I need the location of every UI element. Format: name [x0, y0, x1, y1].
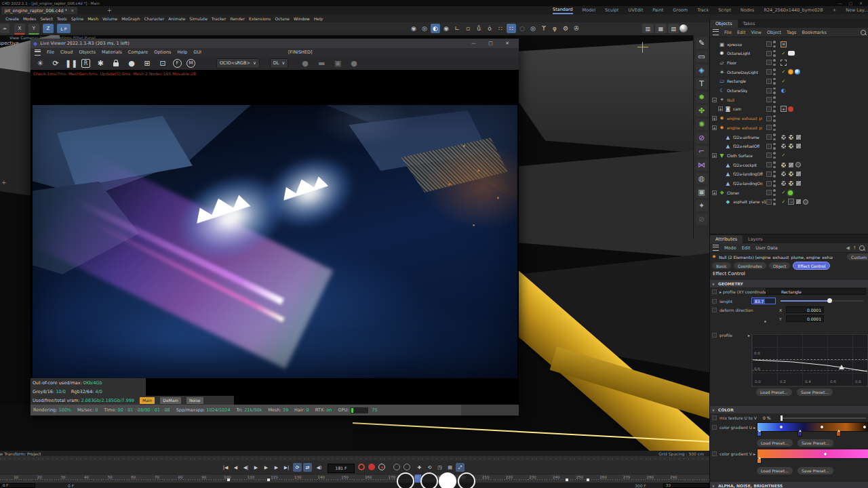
tree-item-f22a-airframe[interactable]: ▲f22a-airframe	[710, 132, 868, 142]
phong-tag-icon[interactable]	[795, 199, 802, 205]
timeline-scrollbar[interactable]	[0, 456, 709, 461]
next-frame-button[interactable]: ▶	[262, 463, 271, 472]
attr-menu-edit[interactable]: Edit	[742, 245, 751, 251]
cube-primitive-icon[interactable]: ◈	[696, 64, 708, 76]
attr-menu-user-data[interactable]: User Data	[755, 245, 777, 251]
phong-tag-icon[interactable]	[795, 171, 802, 177]
menu-octane[interactable]: Octane	[275, 16, 290, 21]
custom-button[interactable]: Custom	[847, 253, 868, 260]
keyframe-selection-button[interactable]	[378, 464, 385, 470]
phong-tag-icon[interactable]	[795, 134, 802, 140]
tree-item-f22a-landingoff[interactable]: ▲f22a-landingOff	[710, 169, 868, 179]
tab-takes[interactable]: Takes	[738, 20, 761, 28]
live-viewer-titlebar[interactable]: ◆ Live Viewer 2022.1.1-R3 (203 ms, 1 lef…	[31, 39, 519, 48]
object-picker-icon[interactable]: ⊡	[157, 58, 168, 68]
tree-item-f22a-landingon[interactable]: ▲f22a-landingOn	[710, 179, 868, 188]
layout-tab-model[interactable]: Model	[583, 7, 596, 13]
burger-icon[interactable]	[713, 245, 719, 251]
load-preset-button[interactable]: Load Preset...	[757, 467, 793, 474]
record-rotation-toggle[interactable]	[403, 464, 410, 470]
visibility-dots[interactable]	[773, 115, 776, 122]
enable-checkbox[interactable]	[766, 125, 772, 130]
demain-pass-button[interactable]: DeMain	[160, 397, 181, 404]
menu-render[interactable]: Render	[231, 16, 245, 21]
rotate-tool-icon[interactable]: ◉	[441, 24, 451, 33]
target-tag-icon[interactable]: +	[781, 106, 787, 112]
cloner-icon[interactable]: ✹	[696, 92, 708, 103]
record-scale-icon[interactable]: ◳	[435, 463, 444, 472]
layout-tab-r24-2560x1440-byme02b[interactable]: R24_2560x1440_byme02B	[764, 7, 823, 13]
attr-tab-effect-control[interactable]: Effect Control	[793, 262, 830, 270]
new-document-tab-button[interactable]: +	[107, 7, 112, 14]
anim-toggle-icon[interactable]	[712, 415, 717, 420]
menu-tools[interactable]: Tools	[57, 16, 67, 21]
material-picker-icon[interactable]: M	[186, 59, 195, 68]
visibility-dots[interactable]	[773, 143, 776, 150]
window-controls[interactable]: — □ ✕	[471, 41, 515, 46]
record-rotation-icon[interactable]: ⟲	[425, 463, 434, 472]
wrench-icon[interactable]: ✇	[572, 24, 581, 33]
objects-menu-tags[interactable]: Tags	[787, 30, 796, 35]
texture-preview-icon[interactable]: ▬	[316, 58, 327, 68]
anim-toggle-icon[interactable]	[712, 289, 717, 294]
render-region-icon[interactable]: ⊞	[142, 58, 153, 68]
gradient-dot[interactable]	[780, 426, 783, 428]
render-view[interactable]: Out-of-core used/max:0Kb/4GbGrey8/16:10/…	[31, 77, 519, 405]
attr-tab-basic[interactable]: Basic	[712, 262, 731, 269]
range-end-field[interactable]: 33	[663, 483, 709, 488]
deform-y-input[interactable]: 0.0001	[786, 315, 824, 322]
lv-menu-materials[interactable]: Materials	[102, 49, 122, 55]
expander-icon[interactable]: +	[712, 190, 717, 195]
rectangle-spline-icon[interactable]: ▭	[696, 51, 708, 62]
tree-item-floor[interactable]: ▱Floor	[710, 58, 868, 67]
volume-builder-icon[interactable]: ◍	[696, 173, 708, 184]
noise-pass-button[interactable]: Noise	[186, 397, 203, 404]
mix-value[interactable]: 0 %	[763, 415, 770, 420]
history-back-icon[interactable]: ◀	[846, 245, 850, 251]
expander-icon[interactable]: +	[712, 153, 717, 158]
menu-select[interactable]: Select	[40, 16, 53, 21]
expander-icon[interactable]: −	[712, 98, 717, 102]
objects-menu-file[interactable]: File	[724, 30, 732, 35]
bend-deformer-icon[interactable]: ⊘	[696, 132, 708, 144]
visibility-dots[interactable]	[773, 59, 776, 66]
sky-tag-icon[interactable]: ◐	[781, 87, 787, 94]
autokey-button[interactable]	[368, 464, 375, 470]
live-select-icon[interactable]: ◉	[409, 24, 418, 33]
anim-toggle-icon[interactable]	[712, 451, 717, 456]
check-icon[interactable]: ✓	[781, 50, 787, 56]
lv-menu-compare[interactable]: Compare	[128, 49, 149, 55]
keyframe-marker[interactable]	[267, 479, 270, 481]
gradient-dot[interactable]	[824, 453, 827, 455]
clay-mode-icon[interactable]: ●	[126, 58, 137, 68]
device-dropdown[interactable]: DL∨	[270, 58, 288, 68]
focus-picker-icon[interactable]: F	[173, 59, 182, 68]
visibility-dots[interactable]	[773, 152, 776, 159]
lenght-slider-knob[interactable]	[827, 298, 832, 303]
tab-close-icon[interactable]: ✕	[71, 8, 74, 14]
lv-menu-file[interactable]: File	[47, 49, 54, 55]
save-preset-button[interactable]: Save Preset...	[797, 388, 833, 396]
menu-simulate[interactable]: Simulate	[189, 16, 208, 21]
mix-slider-knob[interactable]	[781, 415, 783, 421]
visibility-dots[interactable]	[773, 171, 776, 178]
axis-lock-icon[interactable]: ů	[474, 24, 484, 33]
layout-tab-paint[interactable]: Paint	[652, 7, 663, 13]
menu-animate[interactable]: Animate	[168, 16, 185, 21]
anim-toggle-icon[interactable]	[712, 308, 717, 312]
menu-extensions[interactable]: Extensions	[249, 16, 271, 21]
layout-tab-track[interactable]: Track	[697, 7, 709, 13]
enable-checkbox[interactable]	[766, 152, 772, 158]
ping-pong-button[interactable]: ⇄	[303, 463, 312, 472]
expand-arrow-icon[interactable]: ▸	[748, 333, 750, 338]
check-icon[interactable]: ✓	[781, 152, 787, 159]
loop-playback-button[interactable]: ⟳	[293, 463, 302, 472]
camera-snapshot-icon[interactable]: ▣	[332, 58, 343, 68]
tree-item-xpresso[interactable]: ▣xpresso≡	[710, 39, 868, 49]
text-object-icon[interactable]: T	[696, 78, 708, 89]
expander-icon[interactable]: +	[718, 106, 723, 111]
menu-spline[interactable]: Spline	[71, 16, 83, 21]
phong-tag-icon[interactable]	[788, 162, 794, 168]
tab-objects[interactable]: Objects	[710, 20, 738, 28]
load-preset-button[interactable]: Load Preset...	[757, 439, 793, 447]
